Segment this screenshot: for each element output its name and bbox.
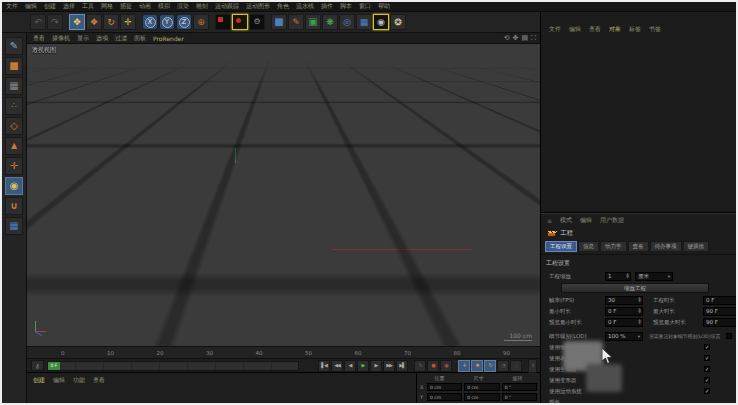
om-menu-edit[interactable]: 编辑 — [569, 25, 581, 34]
attr-menu-userdata[interactable]: 用户数据 — [600, 216, 624, 225]
mat-menu-function[interactable]: 功能 — [73, 376, 85, 385]
menu-select[interactable]: 选择 — [63, 2, 75, 11]
key-parameter-toggle[interactable]: ◔ — [497, 360, 509, 372]
attr-list-icon[interactable]: ≡ — [547, 217, 552, 224]
min-time-field[interactable]: 0 F▲▼ — [605, 307, 643, 316]
workplane-icon[interactable]: ▦ — [5, 217, 23, 235]
view-undo-icon[interactable]: ⟲ — [504, 34, 510, 42]
next-key-button[interactable]: ▶▶ — [383, 360, 395, 372]
undo-icon[interactable]: ↶ — [30, 14, 46, 30]
cube-primitive-icon[interactable]: ■ — [271, 14, 287, 30]
next-frame-button[interactable]: ▶ — [370, 360, 382, 372]
mograph-icon[interactable]: ❋ — [322, 14, 338, 30]
menu-mesh[interactable]: 网格 — [101, 2, 113, 11]
attr-menu-edit[interactable]: 编辑 — [580, 216, 592, 225]
vp-menu-display[interactable]: 显示 — [77, 34, 89, 43]
menu-mograph[interactable]: 运动图形 — [246, 2, 270, 11]
om-menu-view[interactable]: 查看 — [589, 25, 601, 34]
vp-menu-options[interactable]: 选项 — [96, 34, 108, 43]
use-animation-checkbox[interactable]: ✓ — [704, 344, 710, 350]
preview-min-field[interactable]: 0 F▲▼ — [605, 318, 643, 327]
menu-help[interactable]: 帮助 — [378, 2, 390, 11]
vp-menu-filter[interactable]: 过滤 — [115, 34, 127, 43]
menu-render[interactable]: 渲染 — [177, 2, 189, 11]
menu-pipeline[interactable]: 流水线 — [296, 2, 314, 11]
viewport-solo-icon[interactable]: ◉ — [5, 177, 23, 195]
render-picture-viewer-icon[interactable] — [232, 14, 248, 30]
render-settings-icon[interactable]: ⚙ — [249, 14, 265, 30]
previous-frame-button[interactable]: ◀ — [344, 360, 356, 372]
floor-icon[interactable]: ▦ — [356, 14, 372, 30]
record-key-button[interactable]: ● — [427, 360, 439, 372]
light-icon[interactable]: ❂ — [390, 14, 406, 30]
menu-simulate[interactable]: 模拟 — [158, 2, 170, 11]
om-menu-bookmarks[interactable]: 书签 — [649, 25, 661, 34]
tab-key-interpolation[interactable]: 键插值 — [683, 241, 710, 252]
edge-mode-icon[interactable]: ◇ — [5, 117, 23, 135]
scale-tool-icon[interactable]: ❖ — [86, 14, 102, 30]
rotation-x-field[interactable]: 0 ° — [502, 383, 537, 391]
spline-pen-icon[interactable]: ✎ — [288, 14, 304, 30]
fps-field[interactable]: 30▲▼ — [605, 296, 643, 305]
position-x-field[interactable]: 0 cm — [427, 383, 462, 391]
z-axis-lock-icon[interactable]: Z — [176, 14, 192, 30]
mat-menu-create[interactable]: 创建 — [33, 376, 45, 385]
vp-menu-cameras[interactable]: 摄像机 — [52, 34, 70, 43]
menu-tools[interactable]: 工具 — [82, 2, 94, 11]
tab-view[interactable]: 查看 — [628, 241, 649, 252]
go-to-start-button[interactable]: ▌◀ — [318, 360, 330, 372]
record-pencil-icon[interactable]: ✎ — [414, 360, 426, 372]
x-axis-lock-icon[interactable]: X — [142, 14, 158, 30]
use-deformers-checkbox[interactable]: ✓ — [704, 377, 710, 383]
vp-menu-panel[interactable]: 面板 — [134, 34, 146, 43]
y-axis-lock-icon[interactable]: Y — [159, 14, 175, 30]
deformer-icon[interactable]: ◎ — [339, 14, 355, 30]
previous-key-button[interactable]: ◀◀ — [331, 360, 343, 372]
tab-todo[interactable]: 待办事项 — [650, 241, 682, 252]
last-used-tool-icon[interactable]: ✛ — [120, 14, 136, 30]
timeline-slider[interactable]: 0 F — [47, 361, 299, 371]
size-y-field[interactable]: 0 cm — [464, 393, 499, 401]
key-pla-toggle[interactable]: ⋮ — [510, 360, 522, 372]
menu-animate[interactable]: 动画 — [139, 2, 151, 11]
timeline-options-icon[interactable]: ⚷ — [31, 360, 44, 371]
mat-menu-edit[interactable]: 编辑 — [53, 376, 65, 385]
coordinate-system-icon[interactable]: ⊕ — [193, 14, 209, 30]
menu-window[interactable]: 窗口 — [359, 2, 371, 11]
rotate-tool-icon[interactable]: ↻ — [103, 14, 119, 30]
project-scale-field[interactable]: 1 ▲▼ — [605, 272, 631, 281]
move-tool-icon[interactable]: ✥ — [69, 14, 85, 30]
menu-snap[interactable]: 捕捉 — [120, 2, 132, 11]
lod-dropdown[interactable]: 100 %▾ — [605, 332, 643, 341]
tab-project-settings[interactable]: 工程设置 — [545, 241, 577, 252]
use-generators-checkbox[interactable]: ✓ — [704, 366, 710, 372]
object-manager-list[interactable] — [541, 34, 736, 212]
use-expressions-checkbox[interactable]: ✓ — [704, 355, 710, 361]
max-time-field[interactable]: 90 F▲▼ — [703, 307, 738, 316]
menu-sculpt[interactable]: 雕刻 — [196, 2, 208, 11]
redo-icon[interactable]: ↷ — [47, 14, 63, 30]
preview-max-field[interactable]: 90 F▲▼ — [703, 318, 738, 327]
autokey-button[interactable]: ◉ — [440, 360, 452, 372]
om-menu-file[interactable]: 文件 — [549, 25, 561, 34]
size-x-field[interactable]: 0 cm — [464, 383, 499, 391]
use-motion-system-checkbox[interactable]: ✓ — [704, 388, 710, 394]
tab-dynamics[interactable]: 动力学 — [600, 241, 627, 252]
scale-project-button[interactable]: 缩放工程 — [561, 283, 709, 293]
view-maximize-icon[interactable]: ⛶ — [531, 34, 536, 42]
timeline-ruler[interactable]: 0 10 20 30 40 50 60 70 80 90 — [27, 347, 540, 359]
tab-info[interactable]: 信息 — [578, 241, 599, 252]
attr-menu-mode[interactable]: 模式 — [560, 216, 572, 225]
menu-edit[interactable]: 编辑 — [25, 2, 37, 11]
perspective-viewport[interactable]: 透视视图 100 cm — [27, 44, 540, 347]
snap-icon[interactable]: ∪ — [5, 197, 23, 215]
project-scale-unit-dropdown[interactable]: 厘米 ▾ — [635, 272, 673, 281]
menu-character[interactable]: 角色 — [277, 2, 289, 11]
render-lod-checkbox[interactable] — [726, 333, 732, 339]
key-position-toggle[interactable]: ✛ — [458, 360, 470, 372]
make-editable-icon[interactable]: ✎ — [5, 37, 23, 55]
menu-plugins[interactable]: 插件 — [321, 2, 333, 11]
solo-menu-button[interactable]: ⁞ — [528, 359, 537, 373]
key-scale-toggle[interactable]: ❖ — [471, 360, 483, 372]
render-view-icon[interactable] — [215, 14, 231, 30]
